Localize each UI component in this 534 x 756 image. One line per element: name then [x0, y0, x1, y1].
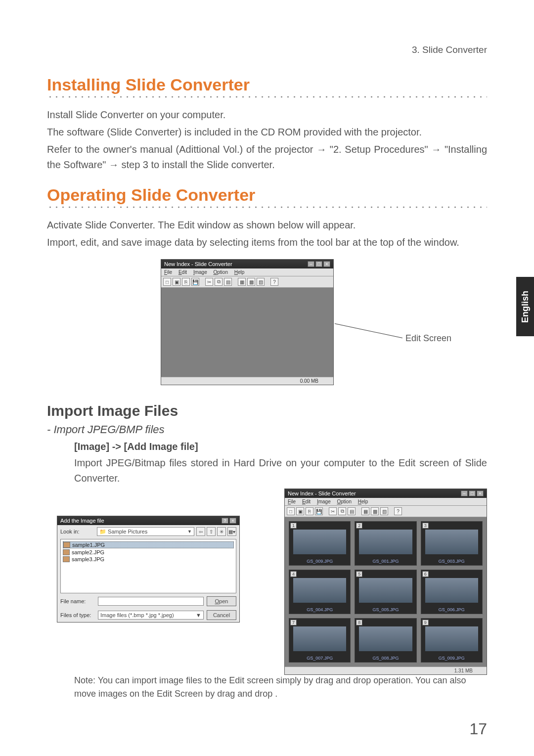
- menu-option[interactable]: Option: [337, 499, 352, 504]
- thumb-image: [425, 626, 478, 651]
- tool-icon[interactable]: ▦: [238, 278, 246, 286]
- window-title: New Index - Slide Converter: [288, 490, 356, 496]
- tool-icon[interactable]: ▧: [380, 507, 388, 515]
- close-button[interactable]: ×: [229, 518, 236, 524]
- copy-icon[interactable]: ⧉: [338, 507, 346, 515]
- edit-window-figure: New Index - Slide Converter – □ × FFilei…: [47, 259, 487, 388]
- thumbnail[interactable]: 4GS_004.JPG: [289, 570, 351, 614]
- menu-help[interactable]: Help: [234, 269, 245, 275]
- thumb-caption: GS_009.JPG: [421, 656, 482, 661]
- thumb-image: [359, 626, 412, 651]
- status-bar: 0.00 MB: [161, 377, 333, 385]
- thumb-image: [425, 578, 478, 603]
- menu-image[interactable]: Image: [317, 499, 331, 504]
- menu-edit[interactable]: Edit: [302, 499, 311, 504]
- thumbnail[interactable]: 7GS_007.JPG: [289, 618, 351, 663]
- open-icon[interactable]: ▣: [296, 507, 304, 515]
- close-button[interactable]: ×: [323, 261, 330, 267]
- paste-icon[interactable]: ▤: [348, 507, 356, 515]
- tool-icon[interactable]: ▩: [371, 507, 379, 515]
- chapter-header: 3. Slide Converter: [47, 44, 487, 55]
- new-icon[interactable]: □: [287, 507, 295, 515]
- thumbnail[interactable]: 1GS_009.JPG: [289, 521, 351, 566]
- tool-icon[interactable]: ▩: [247, 278, 255, 286]
- thumbnail[interactable]: 9GS_009.JPG: [421, 618, 483, 663]
- list-item[interactable]: sample3.JPG: [63, 556, 234, 562]
- page-number: 17: [469, 720, 487, 738]
- back-icon[interactable]: ⇦: [196, 527, 205, 536]
- list-item[interactable]: sample1.JPG: [63, 541, 234, 548]
- minimize-button[interactable]: –: [308, 261, 314, 267]
- filetype-select[interactable]: Image files (*.bmp *.jpg *.jpeg)▼: [98, 611, 204, 620]
- save-icon[interactable]: 💾: [191, 278, 199, 286]
- install-p3: Refer to the owner's manual (Adittional …: [47, 142, 487, 173]
- tool-icon[interactable]: ▦: [361, 507, 369, 515]
- menu-help[interactable]: Help: [358, 499, 368, 504]
- menu-image[interactable]: Image: [193, 269, 207, 275]
- thumb-image: [293, 626, 346, 651]
- open-button[interactable]: Open: [207, 596, 236, 606]
- menu-bar[interactable]: FFileile Edit Image Option Help: [161, 268, 333, 276]
- maximize-button[interactable]: □: [315, 261, 322, 267]
- up-icon[interactable]: ⇧: [207, 527, 216, 536]
- toolbar: □ ▣ ⎘ 💾 ✂ ⧉ ▤ ▦ ▩ ▧ ?: [161, 276, 333, 288]
- import-p1: Import JPEG/Bitmap files stored in Hard …: [74, 455, 487, 486]
- tool-icon[interactable]: ▧: [257, 278, 265, 286]
- file-name: sample2.JPG: [72, 549, 104, 555]
- file-icon: [63, 556, 70, 562]
- thumbnail-grid[interactable]: 1GS_009.JPG 2GS_001.JPG 3GS_003.JPG 4GS_…: [285, 517, 487, 667]
- operate-p1: Activate Slide Converter. The Edit windo…: [47, 218, 487, 233]
- list-item[interactable]: sample2.JPG: [63, 549, 234, 555]
- thumb-caption: GS_001.JPG: [355, 559, 416, 564]
- window-title: New Index - Slide Converter: [164, 261, 232, 267]
- close-button[interactable]: ×: [477, 490, 484, 496]
- import-title: Import Image Files: [47, 402, 487, 419]
- help-button[interactable]: ?: [222, 518, 228, 524]
- thumb-number: 5: [356, 571, 362, 577]
- edit-screen-area[interactable]: [161, 288, 333, 377]
- open-icon[interactable]: ▣: [173, 278, 180, 286]
- import-sub-bold: [Image] -> [Add Image file]: [74, 441, 487, 452]
- thumbnail[interactable]: 2GS_001.JPG: [355, 521, 416, 566]
- filename-input[interactable]: [98, 597, 204, 606]
- menu-file[interactable]: File: [288, 499, 296, 504]
- menu-option[interactable]: Option: [214, 269, 228, 275]
- copy-icon[interactable]: ⧉: [215, 278, 222, 286]
- menu-bar[interactable]: File Edit Image Option Help: [285, 498, 487, 506]
- import-icon[interactable]: ⎘: [182, 278, 190, 286]
- menu-file[interactable]: FFileile: [164, 269, 172, 275]
- help-icon[interactable]: ?: [270, 278, 278, 286]
- thumb-number: 3: [422, 523, 429, 529]
- paste-icon[interactable]: ▤: [224, 278, 232, 286]
- thumb-image: [293, 530, 346, 554]
- thumbnail[interactable]: 8GS_008.JPG: [355, 618, 416, 663]
- new-icon[interactable]: □: [163, 278, 171, 286]
- thumb-number: 7: [290, 620, 297, 625]
- views-icon[interactable]: ▦▾: [227, 527, 236, 536]
- save-icon[interactable]: 💾: [315, 507, 323, 515]
- newfolder-icon[interactable]: ✳: [217, 527, 226, 536]
- cancel-button[interactable]: Cancel: [207, 610, 236, 620]
- minimize-button[interactable]: –: [461, 490, 468, 496]
- language-tab: English: [516, 277, 534, 336]
- filetype-value: Image files (*.bmp *.jpg *.jpeg): [100, 612, 174, 618]
- file-icon: [63, 542, 70, 548]
- help-icon[interactable]: ?: [394, 507, 402, 515]
- thumb-image: [293, 578, 346, 603]
- callout-line: [335, 323, 402, 338]
- cut-icon[interactable]: ✂: [205, 278, 213, 286]
- cut-icon[interactable]: ✂: [329, 507, 337, 515]
- menu-edit[interactable]: Edit: [178, 269, 187, 275]
- add-image-dialog: Add the Image file ? × Look in: 📁 Sample…: [57, 516, 240, 623]
- maximize-button[interactable]: □: [469, 490, 476, 496]
- thumbnail[interactable]: 5GS_005.JPG: [355, 570, 416, 614]
- import-icon[interactable]: ⎘: [306, 507, 313, 515]
- file-list[interactable]: sample1.JPG sample2.JPG sample3.JPG: [60, 539, 236, 593]
- operate-title: Operating Slide Converter: [47, 185, 487, 205]
- thumbnail[interactable]: 6GS_006.JPG: [421, 570, 483, 614]
- thumbnail[interactable]: 3GS_003.JPG: [421, 521, 483, 566]
- figures-row: Add the Image file ? × Look in: 📁 Sample…: [47, 496, 487, 664]
- window-titlebar: New Index - Slide Converter – □ ×: [161, 260, 333, 268]
- thumb-number: 6: [422, 571, 429, 577]
- lookin-select[interactable]: 📁 Sample Pictures ▼: [97, 527, 194, 536]
